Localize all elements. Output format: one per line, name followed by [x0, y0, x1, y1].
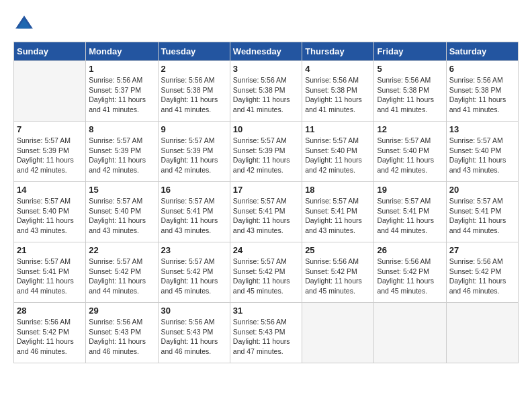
- calendar-cell: [374, 303, 446, 363]
- day-info: Sunrise: 5:57 AM Sunset: 5:41 PM Dayligh…: [449, 196, 515, 236]
- day-number: 4: [305, 64, 371, 74]
- day-info: Sunrise: 5:57 AM Sunset: 5:41 PM Dayligh…: [161, 196, 227, 236]
- day-number: 12: [377, 124, 443, 134]
- day-number: 30: [161, 306, 227, 316]
- day-info: Sunrise: 5:57 AM Sunset: 5:42 PM Dayligh…: [161, 257, 227, 296]
- day-number: 3: [233, 64, 299, 74]
- day-info: Sunrise: 5:57 AM Sunset: 5:42 PM Dayligh…: [89, 257, 154, 296]
- weekday-header-monday: Monday: [86, 42, 158, 61]
- day-info: Sunrise: 5:56 AM Sunset: 5:38 PM Dayligh…: [377, 75, 443, 115]
- calendar-week-row: 7Sunrise: 5:57 AM Sunset: 5:39 PM Daylig…: [14, 122, 519, 182]
- day-info: Sunrise: 5:57 AM Sunset: 5:41 PM Dayligh…: [305, 196, 371, 236]
- day-number: 16: [161, 185, 227, 195]
- day-info: Sunrise: 5:57 AM Sunset: 5:39 PM Dayligh…: [233, 136, 299, 175]
- calendar-cell: 31Sunrise: 5:56 AM Sunset: 5:43 PM Dayli…: [230, 303, 302, 363]
- calendar-cell: 10Sunrise: 5:57 AM Sunset: 5:39 PM Dayli…: [230, 122, 302, 182]
- day-number: 11: [305, 124, 371, 134]
- calendar-cell: 23Sunrise: 5:57 AM Sunset: 5:42 PM Dayli…: [158, 242, 230, 303]
- day-info: Sunrise: 5:56 AM Sunset: 5:43 PM Dayligh…: [233, 317, 299, 357]
- day-number: 25: [305, 245, 371, 255]
- calendar-cell: 29Sunrise: 5:56 AM Sunset: 5:43 PM Dayli…: [86, 303, 158, 363]
- day-info: Sunrise: 5:56 AM Sunset: 5:37 PM Dayligh…: [89, 75, 154, 115]
- calendar-cell: 18Sunrise: 5:57 AM Sunset: 5:41 PM Dayli…: [302, 182, 374, 242]
- calendar-cell: 9Sunrise: 5:57 AM Sunset: 5:39 PM Daylig…: [158, 122, 230, 182]
- day-info: Sunrise: 5:56 AM Sunset: 5:43 PM Dayligh…: [89, 317, 154, 357]
- calendar-table: SundayMondayTuesdayWednesdayThursdayFrid…: [13, 42, 519, 363]
- weekday-header-row: SundayMondayTuesdayWednesdayThursdayFrid…: [14, 42, 519, 61]
- calendar-cell: 8Sunrise: 5:57 AM Sunset: 5:39 PM Daylig…: [86, 122, 158, 182]
- weekday-header-wednesday: Wednesday: [230, 42, 302, 61]
- day-number: 7: [17, 124, 83, 134]
- day-info: Sunrise: 5:56 AM Sunset: 5:38 PM Dayligh…: [161, 75, 227, 115]
- calendar-week-row: 21Sunrise: 5:57 AM Sunset: 5:41 PM Dayli…: [14, 242, 519, 303]
- calendar-cell: 2Sunrise: 5:56 AM Sunset: 5:38 PM Daylig…: [158, 61, 230, 122]
- day-number: 19: [377, 185, 443, 195]
- calendar-cell: 7Sunrise: 5:57 AM Sunset: 5:39 PM Daylig…: [14, 122, 86, 182]
- day-info: Sunrise: 5:56 AM Sunset: 5:42 PM Dayligh…: [449, 257, 515, 296]
- day-info: Sunrise: 5:56 AM Sunset: 5:43 PM Dayligh…: [161, 317, 227, 357]
- day-info: Sunrise: 5:57 AM Sunset: 5:40 PM Dayligh…: [89, 196, 154, 236]
- day-info: Sunrise: 5:56 AM Sunset: 5:38 PM Dayligh…: [233, 75, 299, 115]
- calendar-cell: 22Sunrise: 5:57 AM Sunset: 5:42 PM Dayli…: [86, 242, 158, 303]
- day-info: Sunrise: 5:56 AM Sunset: 5:38 PM Dayligh…: [449, 75, 515, 115]
- day-number: 6: [449, 64, 515, 74]
- day-number: 15: [89, 185, 154, 195]
- calendar-cell: 20Sunrise: 5:57 AM Sunset: 5:41 PM Dayli…: [446, 182, 518, 242]
- day-number: 27: [449, 245, 515, 255]
- day-number: 18: [305, 185, 371, 195]
- day-info: Sunrise: 5:56 AM Sunset: 5:38 PM Dayligh…: [305, 75, 371, 115]
- calendar-cell: 27Sunrise: 5:56 AM Sunset: 5:42 PM Dayli…: [446, 242, 518, 303]
- day-info: Sunrise: 5:57 AM Sunset: 5:39 PM Dayligh…: [161, 136, 227, 175]
- day-number: 26: [377, 245, 443, 255]
- weekday-header-sunday: Sunday: [14, 42, 86, 61]
- calendar-cell: 11Sunrise: 5:57 AM Sunset: 5:40 PM Dayli…: [302, 122, 374, 182]
- calendar-cell: 6Sunrise: 5:56 AM Sunset: 5:38 PM Daylig…: [446, 61, 518, 122]
- calendar-cell: 13Sunrise: 5:57 AM Sunset: 5:40 PM Dayli…: [446, 122, 518, 182]
- calendar-cell: 25Sunrise: 5:56 AM Sunset: 5:42 PM Dayli…: [302, 242, 374, 303]
- calendar-cell: [302, 303, 374, 363]
- day-number: 20: [449, 185, 515, 195]
- calendar-cell: 19Sunrise: 5:57 AM Sunset: 5:41 PM Dayli…: [374, 182, 446, 242]
- day-number: 17: [233, 185, 299, 195]
- day-info: Sunrise: 5:57 AM Sunset: 5:41 PM Dayligh…: [377, 196, 443, 236]
- calendar-cell: 26Sunrise: 5:56 AM Sunset: 5:42 PM Dayli…: [374, 242, 446, 303]
- calendar-week-row: 14Sunrise: 5:57 AM Sunset: 5:40 PM Dayli…: [14, 182, 519, 242]
- day-number: 29: [89, 306, 154, 316]
- day-info: Sunrise: 5:57 AM Sunset: 5:39 PM Dayligh…: [17, 136, 83, 175]
- page-header: [13, 13, 519, 35]
- day-number: 8: [89, 124, 154, 134]
- calendar-cell: 17Sunrise: 5:57 AM Sunset: 5:41 PM Dayli…: [230, 182, 302, 242]
- day-info: Sunrise: 5:57 AM Sunset: 5:40 PM Dayligh…: [17, 196, 83, 236]
- weekday-header-saturday: Saturday: [446, 42, 518, 61]
- day-info: Sunrise: 5:56 AM Sunset: 5:42 PM Dayligh…: [305, 257, 371, 296]
- calendar-cell: 3Sunrise: 5:56 AM Sunset: 5:38 PM Daylig…: [230, 61, 302, 122]
- day-info: Sunrise: 5:57 AM Sunset: 5:42 PM Dayligh…: [233, 257, 299, 296]
- logo-icon: [13, 13, 35, 35]
- day-number: 10: [233, 124, 299, 134]
- weekday-header-tuesday: Tuesday: [158, 42, 230, 61]
- calendar-cell: [14, 61, 86, 122]
- day-info: Sunrise: 5:57 AM Sunset: 5:40 PM Dayligh…: [305, 136, 371, 175]
- day-info: Sunrise: 5:57 AM Sunset: 5:39 PM Dayligh…: [89, 136, 154, 175]
- calendar-week-row: 28Sunrise: 5:56 AM Sunset: 5:42 PM Dayli…: [14, 303, 519, 363]
- day-info: Sunrise: 5:57 AM Sunset: 5:41 PM Dayligh…: [17, 257, 83, 296]
- day-number: 5: [377, 64, 443, 74]
- day-number: 31: [233, 306, 299, 316]
- day-number: 9: [161, 124, 227, 134]
- day-number: 23: [161, 245, 227, 255]
- calendar-cell: 5Sunrise: 5:56 AM Sunset: 5:38 PM Daylig…: [374, 61, 446, 122]
- calendar-cell: 30Sunrise: 5:56 AM Sunset: 5:43 PM Dayli…: [158, 303, 230, 363]
- day-info: Sunrise: 5:56 AM Sunset: 5:42 PM Dayligh…: [17, 317, 83, 357]
- calendar-week-row: 1Sunrise: 5:56 AM Sunset: 5:37 PM Daylig…: [14, 61, 519, 122]
- calendar-cell: 14Sunrise: 5:57 AM Sunset: 5:40 PM Dayli…: [14, 182, 86, 242]
- day-info: Sunrise: 5:57 AM Sunset: 5:40 PM Dayligh…: [377, 136, 443, 175]
- day-number: 1: [89, 64, 154, 74]
- calendar-cell: 1Sunrise: 5:56 AM Sunset: 5:37 PM Daylig…: [86, 61, 158, 122]
- day-number: 14: [17, 185, 83, 195]
- day-info: Sunrise: 5:56 AM Sunset: 5:42 PM Dayligh…: [377, 257, 443, 296]
- calendar-cell: 28Sunrise: 5:56 AM Sunset: 5:42 PM Dayli…: [14, 303, 86, 363]
- day-number: 28: [17, 306, 83, 316]
- day-info: Sunrise: 5:57 AM Sunset: 5:40 PM Dayligh…: [449, 136, 515, 175]
- calendar-cell: [446, 303, 518, 363]
- calendar-cell: 12Sunrise: 5:57 AM Sunset: 5:40 PM Dayli…: [374, 122, 446, 182]
